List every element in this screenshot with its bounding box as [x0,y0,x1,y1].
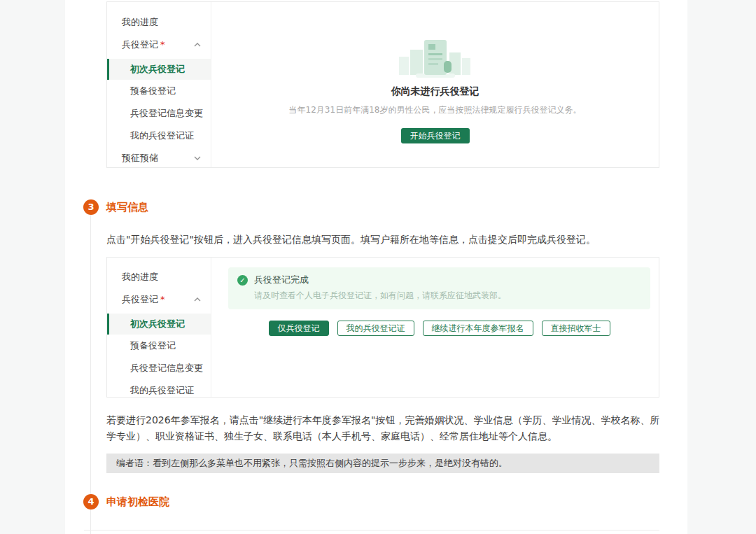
screenshot-panel-registration-complete: 我的进度 兵役登记* 初次兵役登记 预备役登记 兵役登记信息变更 我的兵役登记证 [106,257,659,398]
required-asterisk: * [160,39,165,50]
sidebar-item-label: 预征预储 [122,153,158,163]
left-gutter [0,0,65,534]
sidebar-item-label: 我的兵役登记证 [130,130,194,141]
empty-state-subtitle: 当年12月31日前年满18岁的男性公民，应当按照法律规定履行兵役登记义务。 [289,104,582,116]
sidebar-item-my-progress[interactable]: 我的进度 [107,11,211,34]
my-registration-certificate-button[interactable]: 我的兵役登记证 [337,321,414,336]
sidebar-item-initial-registration[interactable]: 初次兵役登记 [107,314,211,335]
sidebar-item-initial-registration[interactable]: 初次兵役登记 [107,59,211,80]
step-3-number-badge: 3 [83,199,99,215]
editor-note: 编者语：看到左侧那么多菜单也不用紧张，只需按照右侧内容的提示一步步来，是绝对没有… [106,454,659,473]
chevron-up-icon [194,34,201,56]
step-3-header: 3 填写信息 [83,199,148,215]
sidebar: 我的进度 兵役登记* 初次兵役登记 预备役登记 兵役登记信息变更 我的兵役登记证… [107,2,211,167]
empty-state-title: 你尚未进行兵役登记 [391,85,479,98]
sidebar-item-military-service-registration[interactable]: 兵役登记* [107,288,211,311]
action-button-row: 仅兵役登记 我的兵役登记证 继续进行本年度参军报名 直接招收军士 [228,321,650,336]
sidebar-item-label: 兵役登记信息变更 [130,363,203,373]
empty-state-pane: 你尚未进行兵役登记 当年12月31日前年满18岁的男性公民，应当按照法律规定履行… [211,2,659,167]
step-4-number-badge: 4 [83,494,99,510]
sidebar-item-label: 兵役登记信息变更 [130,108,203,118]
step-3-description: 点击"开始兵役登记"按钮后，进入兵役登记信息填写页面。填写户籍所在地等信息，点击… [106,232,664,248]
step-4-title: 申请初检医院 [106,496,169,509]
sidebar: 我的进度 兵役登记* 初次兵役登记 预备役登记 兵役登记信息变更 我的兵役登记证 [107,258,211,397]
sidebar-item-registration-info-change[interactable]: 兵役登记信息变更 [107,357,211,379]
sidebar-item-label: 初次兵役登记 [130,64,185,74]
sidebar-item-my-registration-certificate[interactable]: 我的兵役登记证 [107,379,211,398]
success-alert-header: ✓ 兵役登记完成 [237,274,640,286]
sidebar-item-my-progress[interactable]: 我的进度 [107,266,211,288]
success-alert-title: 兵役登记完成 [254,274,309,286]
success-alert: ✓ 兵役登记完成 请及时查看个人电子兵役登记证，如有问题，请联系应征地武装部。 [228,267,650,309]
sidebar-item-reserve-registration[interactable]: 预备役登记 [107,80,211,102]
enlistment-info-paragraph: 若要进行2026年参军报名，请点击"继续进行本年度参军报名"按钮，完善婚姻状况、… [106,412,664,444]
required-asterisk: * [160,294,165,304]
sidebar-item-label: 预备役登记 [130,340,176,351]
empty-state-illustration [395,37,476,79]
sidebar-item-pre-conscription-reserve[interactable]: 预征预储 [107,147,211,168]
sidebar-item-label: 预备役登记 [130,85,176,96]
success-alert-message: 请及时查看个人电子兵役登记证，如有问题，请联系应征地武装部。 [237,290,640,302]
sidebar-item-label: 我的进度 [122,17,158,27]
sidebar-item-reserve-registration[interactable]: 预备役登记 [107,335,211,357]
sidebar-item-label: 我的进度 [122,272,158,282]
sidebar-item-my-registration-certificate[interactable]: 我的兵役登记证 [107,125,211,147]
registration-complete-pane: ✓ 兵役登记完成 请及时查看个人电子兵役登记证，如有问题，请联系应征地武装部。 … [211,258,659,397]
step-4-header: 4 申请初检医院 [83,494,169,510]
step-3-title: 填写信息 [106,201,148,214]
registration-only-button[interactable]: 仅兵役登记 [269,321,329,336]
sidebar-item-military-service-registration[interactable]: 兵役登记* [107,34,211,56]
sidebar-item-label: 兵役登记 [122,39,158,50]
screenshot-panel-registration-start: 我的进度 兵役登记* 初次兵役登记 预备役登记 兵役登记信息变更 我的兵役登记证… [106,1,659,168]
chevron-down-icon [194,147,201,168]
sidebar-item-label: 初次兵役登记 [130,318,185,329]
direct-nco-recruitment-button[interactable]: 直接招收军士 [542,321,610,336]
next-panel-top-border [84,530,659,531]
check-circle-icon: ✓ [237,275,248,286]
chevron-up-icon [194,288,201,311]
start-registration-button[interactable]: 开始兵役登记 [401,128,470,143]
right-gutter [687,0,756,534]
sidebar-item-label: 我的兵役登记证 [130,385,194,395]
step-timeline-connector [90,215,91,534]
sidebar-item-registration-info-change[interactable]: 兵役登记信息变更 [107,102,211,125]
continue-annual-enlistment-button[interactable]: 继续进行本年度参军报名 [423,321,533,336]
sidebar-item-label: 兵役登记 [122,294,158,304]
registration-guide-page: 我的进度 兵役登记* 初次兵役登记 预备役登记 兵役登记信息变更 我的兵役登记证… [0,0,756,534]
